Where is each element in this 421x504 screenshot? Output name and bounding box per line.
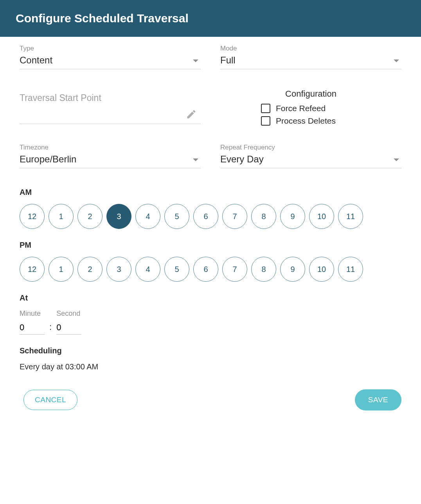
- pencil-icon[interactable]: [186, 109, 197, 120]
- pm-hour-5[interactable]: 5: [164, 257, 189, 282]
- am-hour-10[interactable]: 10: [309, 204, 334, 229]
- pm-hour-2[interactable]: 2: [77, 257, 103, 282]
- am-hour-8[interactable]: 8: [251, 204, 276, 229]
- am-hour-5[interactable]: 5: [164, 204, 189, 229]
- traversal-start-point-field[interactable]: Traversal Start Point: [20, 93, 201, 124]
- pm-hour-10[interactable]: 10: [309, 257, 334, 282]
- configuration-title: Configuration: [220, 89, 401, 99]
- am-hour-6[interactable]: 6: [193, 204, 218, 229]
- chevron-down-icon: [394, 59, 399, 62]
- repeat-frequency-label: Repeat Frequency: [220, 144, 401, 151]
- at-row: Minute : Second: [20, 310, 401, 335]
- am-hour-12[interactable]: 12: [20, 204, 45, 229]
- dialog-footer: CANCEL SAVE: [0, 389, 421, 426]
- repeat-frequency-select[interactable]: Every Day: [220, 154, 401, 168]
- force-refeed-label: Force Refeed: [276, 104, 326, 113]
- timezone-label: Timezone: [20, 144, 201, 151]
- timezone-select[interactable]: Europe/Berlin: [20, 154, 201, 168]
- am-hours-row: 121234567891011: [20, 204, 401, 229]
- chevron-down-icon: [193, 59, 198, 62]
- mode-value: Full: [220, 55, 236, 65]
- am-hour-4[interactable]: 4: [135, 204, 160, 229]
- cancel-button[interactable]: CANCEL: [23, 390, 77, 410]
- second-input[interactable]: [56, 321, 81, 335]
- chevron-down-icon: [193, 158, 198, 161]
- pm-hour-6[interactable]: 6: [193, 257, 218, 282]
- scheduling-summary: Every day at 03:00 AM: [20, 362, 401, 371]
- am-hour-3[interactable]: 3: [106, 204, 131, 229]
- am-label: AM: [20, 188, 401, 197]
- process-deletes-label: Process Deletes: [276, 116, 336, 126]
- second-label: Second: [56, 310, 81, 318]
- mode-label: Mode: [220, 45, 401, 52]
- minute-label: Minute: [20, 310, 45, 318]
- pm-hours-row: 121234567891011: [20, 257, 401, 282]
- pm-hour-3[interactable]: 3: [106, 257, 131, 282]
- am-hour-9[interactable]: 9: [280, 204, 305, 229]
- pm-hour-4[interactable]: 4: [135, 257, 160, 282]
- traversal-start-point-label: Traversal Start Point: [20, 93, 101, 103]
- checkbox-icon: [261, 104, 270, 113]
- am-hour-7[interactable]: 7: [222, 204, 247, 229]
- am-hour-1[interactable]: 1: [49, 204, 74, 229]
- repeat-frequency-value: Every Day: [220, 154, 264, 164]
- pm-hour-8[interactable]: 8: [251, 257, 276, 282]
- dialog-title: Configure Scheduled Traversal: [16, 12, 405, 25]
- configuration-block: Configuration Force Refeed Process Delet…: [220, 89, 401, 126]
- force-refeed-checkbox[interactable]: Force Refeed: [220, 104, 401, 113]
- time-separator: :: [49, 322, 52, 335]
- pm-hour-12[interactable]: 12: [20, 257, 45, 282]
- dialog-content: Type Content Mode Full Traversal Start P…: [0, 37, 421, 383]
- process-deletes-checkbox[interactable]: Process Deletes: [220, 116, 401, 126]
- chevron-down-icon: [394, 158, 399, 161]
- pm-hour-1[interactable]: 1: [49, 257, 74, 282]
- am-hour-2[interactable]: 2: [77, 204, 103, 229]
- pm-hour-11[interactable]: 11: [338, 257, 363, 282]
- minute-input[interactable]: [20, 321, 45, 335]
- pm-label: PM: [20, 241, 401, 250]
- checkbox-icon: [261, 116, 270, 126]
- save-button[interactable]: SAVE: [355, 389, 401, 410]
- scheduling-label: Scheduling: [20, 346, 401, 355]
- dialog-header: Configure Scheduled Traversal: [0, 0, 421, 37]
- am-hour-11[interactable]: 11: [338, 204, 363, 229]
- timezone-value: Europe/Berlin: [20, 154, 76, 164]
- mode-select[interactable]: Full: [220, 55, 401, 69]
- pm-hour-9[interactable]: 9: [280, 257, 305, 282]
- type-select[interactable]: Content: [20, 55, 201, 69]
- at-label: At: [20, 293, 401, 302]
- pm-hour-7[interactable]: 7: [222, 257, 247, 282]
- type-label: Type: [20, 45, 201, 52]
- type-value: Content: [20, 55, 52, 65]
